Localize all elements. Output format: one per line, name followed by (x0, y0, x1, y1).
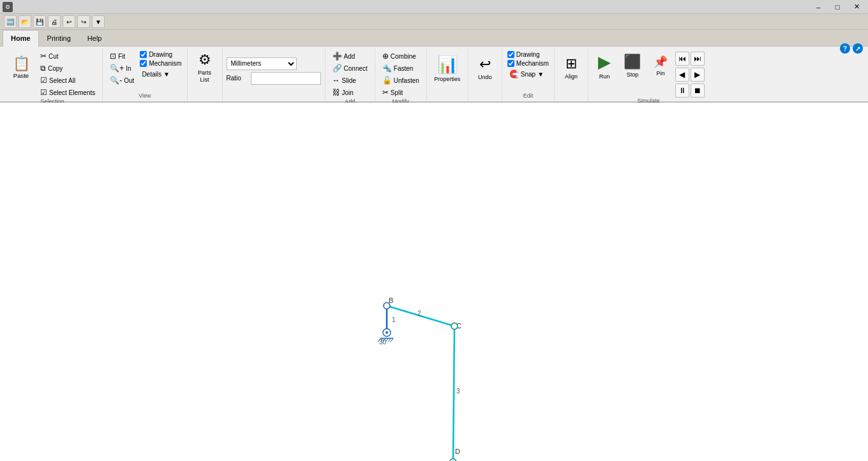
unit-select[interactable]: Millimeters (227, 57, 297, 70)
ribbon-group-add: ➕ Add 🔗 Connect ↔ Slide ⛓ Join (326, 48, 375, 101)
details-button[interactable]: Details ▼ (138, 68, 183, 80)
qa-print[interactable]: 🖨 (48, 15, 61, 28)
stop-button[interactable]: ⬛ Stop (619, 49, 646, 82)
playback-stop-button[interactable]: ⏹ (691, 84, 705, 98)
quick-access-toolbar: 🆕 📂 💾 🖨 ↩ ↪ ▼ (0, 14, 868, 30)
parts-list-button[interactable]: ⚙ Parts List (191, 49, 218, 86)
zoom-in-button[interactable]: 🔍+ In (107, 62, 137, 74)
qa-open[interactable]: 📂 (19, 15, 31, 28)
ratio-input[interactable] (251, 72, 321, 85)
zoom-out-button[interactable]: 🔍- Out (107, 75, 137, 86)
qa-new[interactable]: 🆕 (4, 15, 17, 28)
pin-button[interactable]: 📌 Pin (648, 49, 673, 82)
pin-a-inner (385, 332, 388, 334)
title-bar-controls: – □ ✕ (809, 1, 865, 13)
ground-a-h5 (388, 339, 391, 342)
ribbon: 📋 Paste ✂ Cut ⧉ Copy ☑ Select All (0, 47, 868, 103)
selection-content: 📋 Paste ✂ Cut ⧉ Copy ☑ Select All (6, 49, 98, 98)
playback-next-button[interactable]: ▶ (691, 68, 705, 82)
fasten-button[interactable]: 🔩 Fasten (379, 62, 423, 74)
menu-bar: Home Printing Help (0, 30, 868, 47)
join-icon: ⛓ (333, 88, 340, 97)
properties-icon: 📊 (437, 55, 458, 75)
simulate-content: ▶ Run ⬛ Stop 📌 Pin ⏮ ⏭ (592, 49, 705, 98)
properties-button[interactable]: 📊 Properties (431, 49, 464, 87)
edit-mechanism-checkbox[interactable]: Mechanism (506, 59, 550, 68)
help-icons-area: ? ↗ (840, 43, 863, 54)
playback-prev-button[interactable]: ◀ (675, 68, 689, 82)
fasten-icon: 🔩 (382, 64, 392, 73)
align-button[interactable]: ⊞ Align (558, 49, 584, 86)
tab-printing[interactable]: Printing (39, 30, 79, 47)
playback-start-button[interactable]: ⏮ (675, 52, 689, 66)
label-link1: 1 (392, 316, 396, 323)
playback-end-button[interactable]: ⏭ (691, 52, 705, 66)
playback-controls: ⏮ ⏭ ◀ ▶ ⏸ ⏹ (675, 49, 705, 98)
edit-drawing-checkbox[interactable]: Drawing (506, 50, 550, 59)
label-link2: 2 (417, 310, 421, 317)
edit-drawing-input[interactable] (507, 51, 514, 58)
cut-icon: ✂ (40, 52, 47, 61)
main-area: B C D 1 2 3 30 (0, 103, 868, 461)
align-content: ⊞ Align (558, 49, 584, 92)
select-elements-button[interactable]: ☑ Select Elements (37, 87, 98, 98)
add-content: ➕ Add 🔗 Connect ↔ Slide ⛓ Join (329, 49, 371, 98)
undo-button[interactable]: ↩ Undo (472, 49, 498, 87)
ribbon-group-combine: ⊕ Combine 🔩 Fasten 🔓 Unfasten ✂ Split (375, 48, 427, 101)
ribbon-group-parts-list: ⚙ Parts List - (188, 48, 223, 101)
maximize-button[interactable]: □ (828, 1, 846, 13)
select-all-icon: ☑ (40, 76, 47, 85)
fit-icon: ⊡ (110, 52, 116, 61)
ribbon-group-undo: ↩ Undo - (468, 48, 502, 101)
combine-button[interactable]: ⊕ Combine (379, 50, 423, 62)
tab-help[interactable]: Help (79, 30, 110, 47)
edit-label: Edit (523, 92, 534, 100)
fit-button[interactable]: ⊡ Fit (107, 50, 137, 62)
unfasten-icon: 🔓 (382, 76, 392, 85)
select-all-button[interactable]: ☑ Select All (37, 75, 98, 86)
label-b: B (389, 296, 393, 304)
mechanism-checkbox[interactable]: Mechanism (138, 59, 183, 68)
pin-d (450, 459, 456, 462)
add-col: ➕ Add 🔗 Connect ↔ Slide ⛓ Join (329, 49, 371, 98)
label-d: D (455, 448, 460, 455)
undo-content: ↩ Undo (472, 49, 498, 92)
qa-redo[interactable]: ↪ (77, 15, 90, 28)
add-button[interactable]: ➕ Add (329, 50, 371, 62)
qa-dropdown[interactable]: ▼ (92, 15, 105, 28)
cut-button[interactable]: ✂ Cut (37, 50, 98, 62)
app-icon: ⚙ (3, 2, 13, 12)
qa-undo[interactable]: ↩ (63, 15, 75, 28)
ribbon-group-selection: 📋 Paste ✂ Cut ⧉ Copy ☑ Select All (3, 48, 103, 101)
point-c (451, 323, 458, 330)
paste-button[interactable]: 📋 Paste (6, 49, 36, 86)
select-elements-icon: ☑ (40, 88, 47, 97)
help-button[interactable]: ? (840, 43, 850, 54)
playback-pause-button[interactable]: ⏸ (675, 84, 689, 98)
connect-button[interactable]: 🔗 Connect (329, 62, 371, 74)
tab-home[interactable]: Home (3, 30, 39, 47)
label-link3: 3 (456, 388, 460, 395)
close-button[interactable]: ✕ (848, 1, 865, 13)
canvas-svg: B C D 1 2 3 30 (0, 103, 868, 461)
title-bar: ⚙ – □ ✕ (0, 0, 868, 14)
external-link-button[interactable]: ↗ (853, 43, 863, 54)
view-col: ⊡ Fit 🔍+ In 🔍- Out (107, 49, 137, 86)
split-button[interactable]: ✂ Split (379, 87, 423, 98)
canvas-area[interactable]: B C D 1 2 3 30 (0, 103, 868, 461)
edit-mechanism-input[interactable] (507, 60, 514, 67)
run-button[interactable]: ▶ Run (592, 49, 617, 82)
snap-button[interactable]: 🧲 Snap ▼ (506, 68, 550, 80)
join-button[interactable]: ⛓ Join (329, 87, 371, 98)
copy-button[interactable]: ⧉ Copy (37, 62, 98, 74)
unfasten-button[interactable]: 🔓 Unfasten (379, 75, 423, 86)
mechanism-check-input[interactable] (140, 60, 147, 67)
split-icon: ✂ (382, 88, 389, 97)
slide-button[interactable]: ↔ Slide (329, 75, 371, 86)
snap-dropdown-icon: ▼ (537, 71, 544, 78)
qa-save[interactable]: 💾 (33, 15, 46, 28)
edit-content: Drawing Mechanism 🧲 Snap ▼ (506, 49, 550, 92)
drawing-check-input[interactable] (140, 51, 147, 58)
minimize-button[interactable]: – (809, 1, 827, 13)
drawing-checkbox[interactable]: Drawing (138, 50, 183, 59)
